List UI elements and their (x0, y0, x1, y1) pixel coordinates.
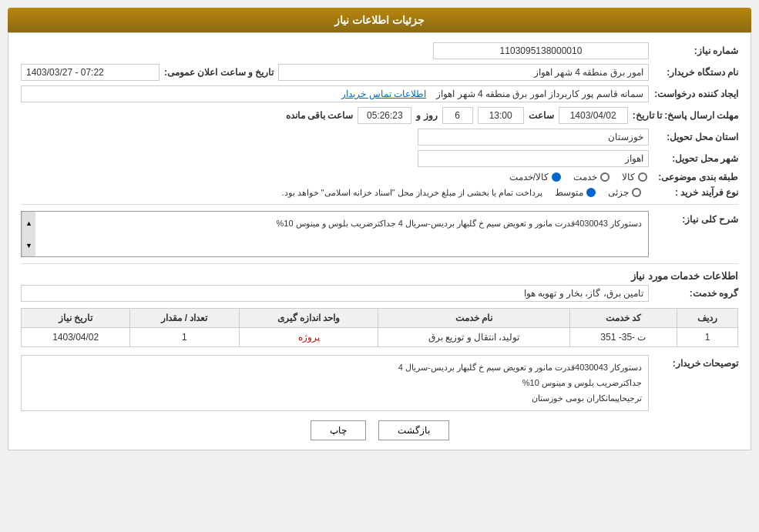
service-group-label: گروه خدمت: (653, 288, 738, 299)
radio-khedmat-icon (600, 172, 610, 182)
process-label: نوع فرآیند خرید : (653, 187, 738, 198)
row-date: 1403/04/02 (22, 328, 130, 347)
deadline-time-value: 13:00 (478, 107, 524, 124)
page-header: جزئیات اطلاعات نیاز (8, 8, 751, 32)
deadline-label: مهلت ارسال پاسخ: تا تاریخ: (633, 110, 738, 121)
creator-label: ایجاد کننده درخواست: (653, 89, 738, 99)
row-quantity: 1 (130, 328, 239, 347)
radio-mota-icon (586, 188, 596, 197)
category-radio-kala-khedmat[interactable]: کالا/خدمت (509, 172, 561, 182)
creator-value: سمانه قاسم پور کاربرداز امور برق منطقه 4… (21, 85, 649, 102)
category-label: طبقه بندی موضوعی: (653, 172, 738, 182)
remaining-label: ساعت باقی مانده (286, 110, 354, 121)
process-radio-jozi[interactable]: جزئی (608, 187, 641, 198)
category-radio-group: کالا خدمت کالا/خدمت (509, 172, 647, 182)
row-unit: پروژه (239, 328, 378, 347)
scroll-up-button[interactable]: ▲ (22, 212, 35, 234)
announce-value: 1403/03/27 - 07:22 (21, 64, 160, 81)
radio-kala-icon (638, 172, 647, 182)
category-radio-khedmat[interactable]: خدمت (573, 172, 610, 182)
province-value: خوزستان (418, 129, 649, 146)
buyer-org-label: نام دستگاه خریدار: (653, 67, 738, 78)
radio-kala-khedmat-icon (552, 172, 561, 182)
table-header-date: تاریخ نیاز (22, 309, 130, 328)
announce-label: تاریخ و ساعت اعلان عمومی: (164, 67, 274, 78)
category-radio-kala[interactable]: کالا (622, 172, 647, 182)
row-code: ت -35- 351 (569, 328, 677, 347)
buyer-desc-label: توصیحات خریدار: (653, 355, 738, 369)
scroll-down-button[interactable]: ▼ (22, 234, 35, 256)
print-button[interactable]: چاپ (311, 420, 366, 440)
need-number-label: شماره نیاز: (653, 45, 738, 56)
table-header-name: نام خدمت (378, 309, 569, 328)
buyer-desc-text: دستورکار 4030043قدرت مانور و تعویض سیم خ… (21, 355, 649, 411)
category-khedmat-label: خدمت (573, 172, 597, 182)
category-kala-label: کالا (622, 172, 635, 182)
deadline-time-label: ساعت (529, 110, 554, 121)
process-radio-mota[interactable]: متوسط (555, 187, 596, 198)
buyer-org-value: امور برق منطقه 4 شهر اهواز (278, 64, 649, 81)
deadline-days-label: روز و (416, 110, 437, 121)
table-header-index: ردیف (677, 309, 738, 328)
services-table: ردیف کد خدمت نام خدمت واحد اندازه گیری ت… (21, 308, 738, 347)
process-mota-label: متوسط (555, 187, 583, 198)
province-label: استان محل تحویل: (653, 132, 738, 142)
need-desc-text: دستورکار 4030043قدرت مانور و تعویض سیم خ… (35, 212, 648, 256)
table-header-unit: واحد اندازه گیری (239, 309, 378, 328)
radio-jozi-icon (632, 188, 641, 197)
row-index: 1 (677, 328, 738, 347)
creator-text: سمانه قاسم پور کاربرداز امور برق منطقه 4… (436, 89, 643, 99)
deadline-days-value: 6 (442, 107, 473, 124)
city-label: شهر محل تحویل: (653, 153, 738, 164)
remaining-time-value: 05:26:23 (358, 107, 411, 124)
row-name: تولید، انتقال و توزیع برق (378, 328, 569, 347)
services-section-title: اطلاعات خدمات مورد نیاز (21, 270, 738, 282)
table-header-qty: تعداد / مقدار (130, 309, 239, 328)
back-button[interactable]: بازگشت (378, 420, 449, 440)
deadline-date-value: 1403/04/02 (559, 107, 628, 124)
need-number-value: 1103095138000010 (433, 42, 649, 59)
need-desc-label: شرح کلی نیاز: (653, 211, 738, 225)
service-group-value: تامین برق، گاز، بخار و تهویه هوا (21, 285, 649, 302)
table-header-code: کد خدمت (569, 309, 677, 328)
process-note: پرداخت تمام یا بخشی از مبلغ خریداز محل "… (281, 188, 542, 198)
category-kala-khedmat-label: کالا/خدمت (509, 172, 549, 182)
city-value: اهواز (418, 150, 649, 167)
table-row: 1 ت -35- 351 تولید، انتقال و توزیع برق پ… (22, 328, 738, 347)
process-jozi-label: جزئی (608, 187, 629, 198)
creator-contact-link[interactable]: اطلاعات تماس خریدار (341, 89, 426, 99)
